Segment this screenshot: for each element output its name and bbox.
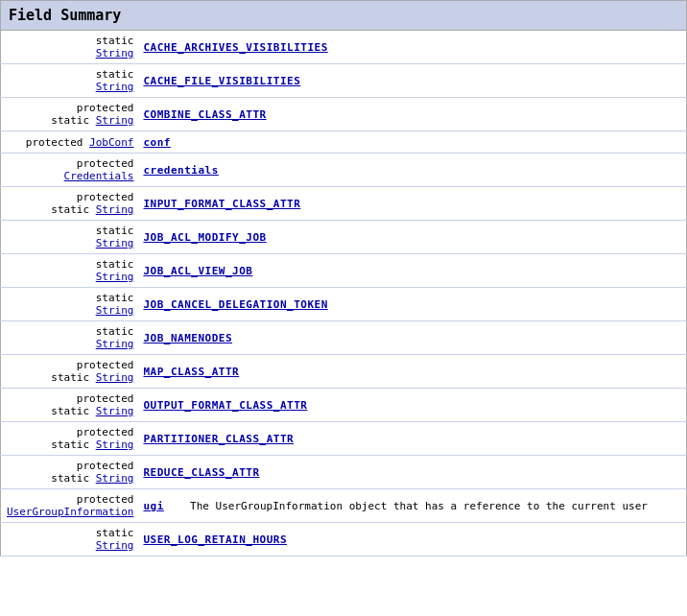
modifier-cell: static String xyxy=(1,254,140,288)
modifier-cell: protected static String xyxy=(1,355,140,389)
field-link-user-log[interactable]: USER_LOG_RETAIN_HOURS xyxy=(143,533,287,546)
table-row: protected static String MAP_CLASS_ATTR xyxy=(1,355,687,389)
field-link-job-acl-modify[interactable]: JOB_ACL_MODIFY_JOB xyxy=(143,231,266,244)
field-cell: INPUT_FORMAT_CLASS_ATTR xyxy=(139,187,686,221)
table-row: protected UserGroupInformation ugi The U… xyxy=(1,489,687,523)
table-row: protected static String INPUT_FORMAT_CLA… xyxy=(1,187,687,221)
table-row: static String JOB_NAMENODES xyxy=(1,321,687,355)
field-cell: COMBINE_CLASS_ATTR xyxy=(139,98,686,131)
table-row: protected static String COMBINE_CLASS_AT… xyxy=(1,98,687,131)
field-link-job-acl-view[interactable]: JOB_ACL_VIEW_JOB xyxy=(143,265,252,277)
field-link-cache-file[interactable]: CACHE_FILE_VISIBILITIES xyxy=(143,75,300,87)
field-cell: JOB_NAMENODES xyxy=(139,321,686,355)
field-link-conf[interactable]: conf xyxy=(143,136,171,149)
field-link-map-class[interactable]: MAP_CLASS_ATTR xyxy=(143,366,239,378)
table-row: static String JOB_ACL_VIEW_JOB xyxy=(1,254,687,288)
table-row: static String CACHE_ARCHIVES_VISIBILITIE… xyxy=(1,31,687,64)
modifier-cell: static String xyxy=(1,523,140,557)
field-link-credentials[interactable]: credentials xyxy=(143,164,218,177)
modifier-cell: static String xyxy=(1,221,140,254)
field-cell: credentials xyxy=(139,154,686,187)
table-row: protected Credentials credentials xyxy=(1,154,687,187)
field-link-output-format[interactable]: OUTPUT_FORMAT_CLASS_ATTR xyxy=(143,399,307,412)
field-cell: CACHE_FILE_VISIBILITIES xyxy=(139,64,686,98)
modifier-cell: protected static String xyxy=(1,456,140,489)
modifier-cell: static String xyxy=(1,64,140,98)
modifier-cell: static String xyxy=(1,321,140,355)
field-link-combine-class[interactable]: COMBINE_CLASS_ATTR xyxy=(143,108,266,121)
modifier-cell: protected UserGroupInformation xyxy=(1,489,140,523)
field-link-partitioner-class[interactable]: PARTITIONER_CLASS_ATTR xyxy=(143,433,294,445)
field-cell: ugi The UserGroupInformation object that… xyxy=(139,489,686,523)
modifier-cell: protected JobConf xyxy=(1,131,140,154)
field-cell: OUTPUT_FORMAT_CLASS_ATTR xyxy=(139,389,686,422)
field-cell: JOB_CANCEL_DELEGATION_TOKEN xyxy=(139,288,686,321)
modifier-cell: static String xyxy=(1,288,140,321)
field-cell: JOB_ACL_VIEW_JOB xyxy=(139,254,686,288)
table-row: protected static String PARTITIONER_CLAS… xyxy=(1,422,687,456)
table-row: static String JOB_CANCEL_DELEGATION_TOKE… xyxy=(1,288,687,321)
field-cell: CACHE_ARCHIVES_VISIBILITIES xyxy=(139,31,686,64)
modifier-cell: protected Credentials xyxy=(1,154,140,187)
table-row: protected static String OUTPUT_FORMAT_CL… xyxy=(1,389,687,422)
field-cell: JOB_ACL_MODIFY_JOB xyxy=(139,221,686,254)
modifier-cell: protected static String xyxy=(1,98,140,131)
modifier-cell: protected static String xyxy=(1,187,140,221)
field-cell: REDUCE_CLASS_ATTR xyxy=(139,456,686,489)
field-link-ugi[interactable]: ugi xyxy=(143,500,163,512)
table-row: static String JOB_ACL_MODIFY_JOB xyxy=(1,221,687,254)
table-row: protected static String REDUCE_CLASS_ATT… xyxy=(1,456,687,489)
modifier-cell: protected static String xyxy=(1,422,140,456)
table-row: static String USER_LOG_RETAIN_HOURS xyxy=(1,523,687,557)
field-link-job-cancel[interactable]: JOB_CANCEL_DELEGATION_TOKEN xyxy=(143,298,327,311)
field-link-job-namenodes[interactable]: JOB_NAMENODES xyxy=(143,332,232,344)
table-row: static String CACHE_FILE_VISIBILITIES xyxy=(1,64,687,98)
table-row: protected JobConf conf xyxy=(1,131,687,154)
field-cell: PARTITIONER_CLASS_ATTR xyxy=(139,422,686,456)
modifier-cell: static String xyxy=(1,31,140,64)
field-link-cache-archives[interactable]: CACHE_ARCHIVES_VISIBILITIES xyxy=(143,41,327,54)
field-link-reduce-class[interactable]: REDUCE_CLASS_ATTR xyxy=(143,466,259,479)
field-link-input-format[interactable]: INPUT_FORMAT_CLASS_ATTR xyxy=(143,198,300,210)
field-cell: conf xyxy=(139,131,686,154)
ugi-description: The UserGroupInformation object that has… xyxy=(171,500,648,512)
field-cell: MAP_CLASS_ATTR xyxy=(139,355,686,389)
modifier-cell: protected static String xyxy=(1,389,140,422)
field-cell: USER_LOG_RETAIN_HOURS xyxy=(139,523,686,557)
field-summary-title: Field Summary xyxy=(0,0,687,31)
